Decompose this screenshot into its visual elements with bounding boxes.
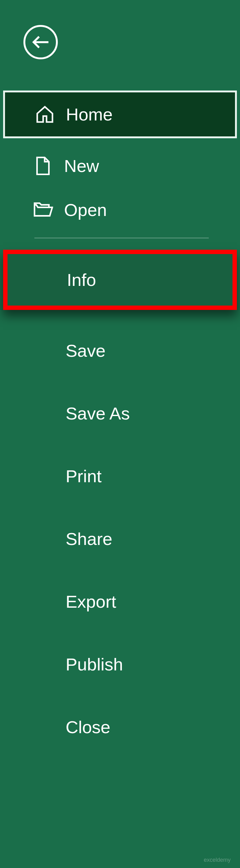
menu-label: Open	[64, 200, 107, 220]
home-icon	[35, 104, 55, 125]
menu-item-share[interactable]: Share	[0, 517, 240, 561]
menu-item-new[interactable]: New	[0, 144, 240, 188]
menu-label: Share	[65, 529, 112, 549]
menu-item-open[interactable]: Open	[0, 188, 240, 232]
menu-item-home[interactable]: Home	[3, 91, 237, 138]
menu-label: Save	[65, 341, 106, 361]
menu-label: New	[64, 156, 99, 176]
back-arrow-icon	[31, 33, 50, 52]
menu-item-info[interactable]: Info	[3, 250, 237, 310]
watermark: exceldemy	[204, 857, 231, 863]
menu-label: Export	[65, 591, 116, 612]
menu-divider	[34, 238, 209, 239]
backstage-panel: Home New Open Info Save Save As	[0, 0, 240, 868]
back-button[interactable]	[23, 25, 58, 59]
menu-label: Save As	[65, 403, 130, 424]
menu-item-save-as[interactable]: Save As	[0, 392, 240, 435]
menu-label: Print	[65, 466, 102, 486]
menu-item-save[interactable]: Save	[0, 329, 240, 373]
menu-label: Close	[65, 717, 110, 737]
menu-label: Home	[66, 104, 112, 125]
menu-item-export[interactable]: Export	[0, 580, 240, 624]
open-folder-icon	[33, 200, 53, 220]
menu-label: Publish	[65, 654, 123, 675]
menu-item-print[interactable]: Print	[0, 454, 240, 498]
new-file-icon	[33, 156, 53, 176]
menu-item-publish[interactable]: Publish	[0, 642, 240, 686]
menu-label: Info	[67, 270, 96, 290]
menu-item-close[interactable]: Close	[0, 705, 240, 749]
